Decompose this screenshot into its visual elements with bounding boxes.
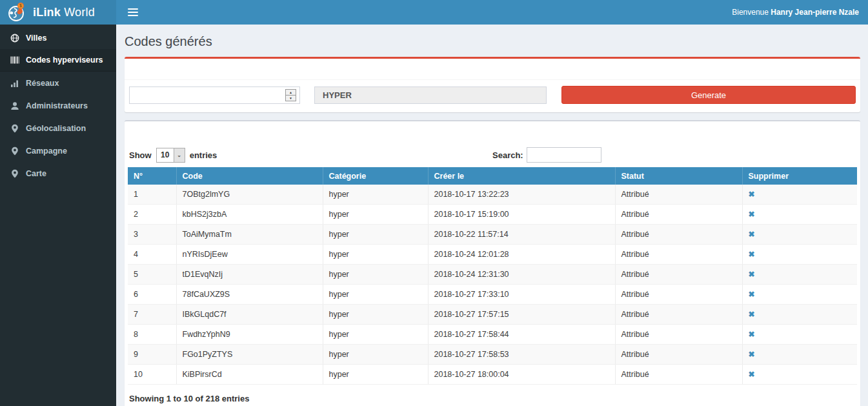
navbar: Bienvenue Hanry Jean-pierre Nzale bbox=[116, 0, 868, 25]
sidebar-item-campagne[interactable]: Campagne bbox=[0, 139, 116, 162]
number-spinner: ▲ ▼ bbox=[285, 89, 296, 101]
cell-categorie: hyper bbox=[323, 285, 428, 305]
delete-code-icon[interactable]: ✖ bbox=[749, 250, 755, 259]
cell-numero: 4 bbox=[128, 245, 176, 265]
delete-code-icon[interactable]: ✖ bbox=[749, 230, 755, 239]
delete-code-icon[interactable]: ✖ bbox=[749, 310, 755, 319]
table-row: 6 78fCaUXZ9S hyper 2018-10-27 17:33:10 A… bbox=[128, 285, 857, 305]
code-count-field-wrap: ▲ ▼ bbox=[129, 86, 300, 104]
sidebar-item-carte[interactable]: Carte bbox=[0, 162, 116, 185]
show-label: Show bbox=[129, 150, 152, 160]
column-header-creer-le[interactable]: Créer le bbox=[428, 167, 615, 185]
search-input[interactable] bbox=[527, 147, 601, 163]
cell-code: FGo1PyZTYS bbox=[176, 345, 323, 365]
table-header-row: N° Code Catégorie Créer le Statut Suppri… bbox=[128, 167, 857, 185]
cell-creer-le: 2018-10-27 17:58:44 bbox=[428, 325, 615, 345]
column-header-statut[interactable]: Statut bbox=[615, 167, 742, 185]
cell-statut: Attribué bbox=[615, 245, 742, 265]
spinner-up-icon[interactable]: ▲ bbox=[285, 89, 296, 96]
sidebar-item-label: Campagne bbox=[26, 147, 67, 156]
sidebar-item-reseaux[interactable]: Réseaux bbox=[0, 72, 116, 94]
cell-categorie: hyper bbox=[323, 205, 428, 225]
user-name: Hanry Jean-pierre Nzale bbox=[771, 8, 859, 17]
delete-code-icon[interactable]: ✖ bbox=[749, 370, 755, 379]
column-header-numero[interactable]: N° bbox=[128, 167, 176, 185]
cell-creer-le: 2018-10-24 12:31:30 bbox=[428, 265, 615, 285]
sidebar-nav: Villes Codes hyperviseurs Réseaux Admini… bbox=[0, 25, 116, 406]
cell-code: FwdhzYphN9 bbox=[176, 325, 323, 345]
map-marker-icon bbox=[10, 124, 19, 133]
table-controls: Show 10 ⌄ entries Search: bbox=[129, 147, 856, 163]
delete-code-icon[interactable]: ✖ bbox=[749, 210, 755, 219]
sidebar-item-geolocalisation[interactable]: Géolocalisation bbox=[0, 117, 116, 139]
cell-numero: 1 bbox=[128, 185, 176, 205]
cell-statut: Attribué bbox=[615, 345, 742, 365]
brand-logo[interactable]: $ iLink World bbox=[0, 0, 116, 25]
search-label: Search: bbox=[492, 150, 523, 160]
page-length-select[interactable]: 10 ⌄ bbox=[156, 148, 185, 163]
cell-categorie: hyper bbox=[323, 185, 428, 205]
cell-code: IBkGLqdC7f bbox=[176, 305, 323, 325]
sidebar-item-label: Villes bbox=[26, 34, 46, 43]
map-marker-icon bbox=[10, 169, 19, 178]
cell-categorie: hyper bbox=[323, 225, 428, 245]
panel-header bbox=[125, 59, 860, 80]
sidebar-item-villes[interactable]: Villes bbox=[0, 26, 116, 49]
generate-button[interactable]: Generate bbox=[561, 86, 856, 104]
cell-creer-le: 2018-10-17 15:19:00 bbox=[428, 205, 615, 225]
table-row: 5 tD1EvqNzIj hyper 2018-10-24 12:31:30 A… bbox=[128, 265, 857, 285]
sidebar-item-label: Administrateurs bbox=[26, 101, 88, 110]
globe-icon bbox=[10, 34, 19, 43]
table-info: Showing 1 to 10 of 218 entries bbox=[129, 394, 856, 403]
page-length-control: Show 10 ⌄ entries bbox=[129, 147, 492, 163]
cell-numero: 6 bbox=[128, 285, 176, 305]
sidebar-item-label: Carte bbox=[26, 169, 46, 178]
cell-numero: 5 bbox=[128, 265, 176, 285]
cell-statut: Attribué bbox=[615, 185, 742, 205]
cell-numero: 2 bbox=[128, 205, 176, 225]
page-title: Codes générés bbox=[125, 34, 860, 49]
column-header-code[interactable]: Code bbox=[176, 167, 323, 185]
delete-code-icon[interactable]: ✖ bbox=[749, 290, 755, 299]
table-row: 2 kbHS2j3zbA hyper 2018-10-17 15:19:00 A… bbox=[128, 205, 857, 225]
cell-numero: 10 bbox=[128, 365, 176, 385]
cell-statut: Attribué bbox=[615, 205, 742, 225]
cell-numero: 9 bbox=[128, 345, 176, 365]
delete-code-icon[interactable]: ✖ bbox=[749, 270, 755, 279]
cell-code: 78fCaUXZ9S bbox=[176, 285, 323, 305]
spinner-down-icon[interactable]: ▼ bbox=[285, 96, 296, 101]
cell-statut: Attribué bbox=[615, 365, 742, 385]
code-generation-panel: ▲ ▼ Generate bbox=[125, 57, 860, 112]
sidebar-toggle-icon[interactable] bbox=[125, 5, 141, 20]
cell-code: 7OBtg2lmYG bbox=[176, 185, 323, 205]
column-header-supprimer[interactable]: Supprimer bbox=[742, 167, 857, 185]
sidebar-item-label: Réseaux bbox=[26, 79, 59, 88]
code-count-input[interactable] bbox=[129, 86, 300, 104]
cell-categorie: hyper bbox=[323, 245, 428, 265]
table-row: 3 ToAiMymaTm hyper 2018-10-22 11:57:14 A… bbox=[128, 225, 857, 245]
delete-code-icon[interactable]: ✖ bbox=[749, 350, 755, 359]
user-icon bbox=[10, 101, 19, 110]
delete-code-icon[interactable]: ✖ bbox=[749, 330, 755, 339]
delete-code-icon[interactable]: ✖ bbox=[749, 190, 755, 199]
panel-body: ▲ ▼ Generate bbox=[125, 80, 860, 112]
sidebar-item-label: Géolocalisation bbox=[26, 124, 86, 133]
cell-categorie: hyper bbox=[323, 265, 428, 285]
table-row: 9 FGo1PyZTYS hyper 2018-10-27 17:58:53 A… bbox=[128, 345, 857, 365]
cell-numero: 7 bbox=[128, 305, 176, 325]
cell-statut: Attribué bbox=[615, 265, 742, 285]
svg-text:$: $ bbox=[19, 3, 22, 8]
cell-numero: 8 bbox=[128, 325, 176, 345]
cell-code: nYRIsDjEew bbox=[176, 245, 323, 265]
cell-code: ToAiMymaTm bbox=[176, 225, 323, 245]
table-row: 8 FwdhzYphN9 hyper 2018-10-27 17:58:44 A… bbox=[128, 325, 857, 345]
column-header-categorie[interactable]: Catégorie bbox=[323, 167, 428, 185]
sidebar-item-administrateurs[interactable]: Administrateurs bbox=[0, 94, 116, 117]
cell-creer-le: 2018-10-27 17:33:10 bbox=[428, 285, 615, 305]
sidebar-item-codes-hyperviseurs[interactable]: Codes hyperviseurs bbox=[0, 49, 116, 72]
map-marker-icon bbox=[10, 147, 19, 156]
chevron-down-icon: ⌄ bbox=[174, 148, 185, 162]
cell-categorie: hyper bbox=[323, 325, 428, 345]
cell-statut: Attribué bbox=[615, 305, 742, 325]
page-length-value: 10 bbox=[157, 148, 174, 162]
